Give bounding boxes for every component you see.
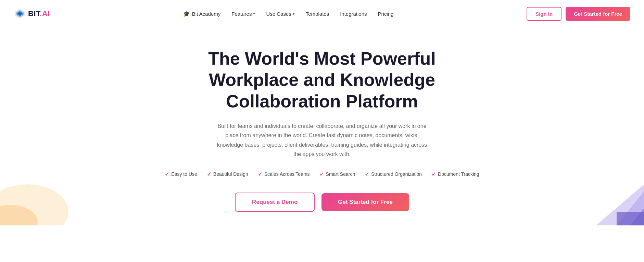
feature-tracking: ✓ Document Tracking: [431, 171, 479, 178]
feature-easy-label: Easy to Use: [171, 171, 197, 177]
use-cases-chevron-icon: ▾: [293, 12, 295, 16]
svg-point-4: [0, 184, 68, 225]
svg-point-5: [0, 205, 38, 225]
hero-section: The World's Most Powerful Workplace and …: [0, 27, 644, 225]
features-chevron-icon: ▾: [253, 12, 255, 16]
feature-org-label: Structured Organization: [371, 171, 422, 177]
check-search-icon: ✓: [319, 171, 324, 178]
feature-tracking-label: Document Tracking: [438, 171, 479, 177]
svg-rect-9: [617, 212, 644, 225]
nav-menu: 🎓 Bit Academy Features ▾ Use Cases ▾ Tem…: [183, 11, 394, 17]
features-list: ✓ Easy to Use ✓ Beautiful Design ✓ Scale…: [165, 171, 479, 178]
feature-easy: ✓ Easy to Use: [165, 171, 197, 178]
signin-button[interactable]: Sign In: [527, 7, 561, 21]
check-org-icon: ✓: [365, 171, 369, 178]
nav-use-cases[interactable]: Use Cases ▾: [266, 11, 294, 17]
nav-features[interactable]: Features ▾: [231, 11, 255, 17]
feature-scales-label: Scales Across Teams: [264, 171, 310, 177]
logo-text: BIT.AI: [28, 9, 50, 18]
hero-title: The World's Most Powerful Workplace and …: [175, 48, 469, 112]
navbar: BIT.AI 🎓 Bit Academy Features ▾ Use Case…: [0, 0, 644, 27]
get-started-hero-button[interactable]: Get Started for Free: [321, 193, 409, 211]
request-demo-button[interactable]: Request a Demo: [235, 193, 315, 212]
feature-design-label: Beautiful Design: [213, 171, 248, 177]
deco-right-shape: [548, 157, 644, 225]
check-scales-icon: ✓: [258, 171, 262, 178]
check-tracking-icon: ✓: [431, 171, 436, 178]
cta-buttons: Request a Demo Get Started for Free: [235, 193, 409, 212]
nav-academy[interactable]: 🎓 Bit Academy: [183, 11, 220, 17]
navbar-actions: Sign In Get Started for Free: [527, 7, 630, 21]
feature-search: ✓ Smart Search: [319, 171, 355, 178]
svg-marker-6: [596, 184, 644, 225]
svg-marker-7: [617, 191, 644, 225]
svg-marker-8: [630, 208, 644, 225]
feature-search-label: Smart Search: [326, 171, 355, 177]
nav-pricing[interactable]: Pricing: [378, 11, 394, 17]
graduation-cap-icon: 🎓: [183, 11, 190, 17]
check-easy-icon: ✓: [165, 171, 169, 178]
nav-templates[interactable]: Templates: [306, 11, 329, 17]
feature-org: ✓ Structured Organization: [365, 171, 422, 178]
logo-icon: [14, 8, 26, 20]
hero-subtitle: Built for teams and individuals to creat…: [213, 121, 432, 159]
deco-left-shape: [0, 157, 68, 225]
nav-integrations[interactable]: Integrations: [340, 11, 367, 17]
feature-design: ✓ Beautiful Design: [207, 171, 248, 178]
feature-scales: ✓ Scales Across Teams: [258, 171, 310, 178]
get-started-nav-button[interactable]: Get Started for Free: [566, 7, 630, 21]
check-design-icon: ✓: [207, 171, 211, 178]
logo: BIT.AI: [14, 8, 50, 20]
